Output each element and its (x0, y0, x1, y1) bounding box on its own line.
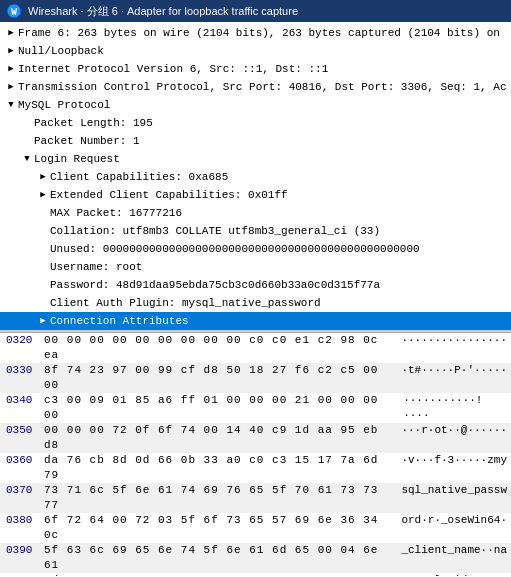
tree-label-frame: Frame 6: 263 bytes on wire (2104 bits), … (18, 25, 500, 41)
title-bar: W Wireshark · 分组 6 · Adapter for loopbac… (0, 0, 511, 22)
tree-label-null-loopback: Null/Loopback (18, 43, 104, 59)
tree-item-collation[interactable]: Collation: utf8mb3 COLLATE utf8mb3_gener… (0, 222, 511, 240)
hex-offset: 0370 (0, 483, 40, 513)
tree-item-conn-attrs[interactable]: ▶Connection Attributes (0, 312, 511, 330)
tree-expander-login-request[interactable]: ▼ (20, 151, 34, 167)
tree-label-packet-number: Packet Number: 1 (34, 133, 140, 149)
wireshark-icon: W (6, 3, 22, 19)
hex-row[interactable]: 035000 00 00 72 0f 6f 74 00 14 40 c9 1d … (0, 423, 511, 453)
hex-ascii: ················ (397, 333, 511, 363)
tree-label-ipv6: Internet Protocol Version 6, Src: ::1, D… (18, 61, 328, 77)
hex-bytes: 8f 74 23 97 00 99 cf d8 50 18 27 f6 c2 c… (40, 363, 397, 393)
tree-item-username[interactable]: Username: root (0, 258, 511, 276)
tree-item-client-capabilities[interactable]: ▶Client Capabilities: 0xa685 (0, 168, 511, 186)
tree-label-client-capabilities: Client Capabilities: 0xa685 (50, 169, 228, 185)
hex-ascii: ·t#·····P·'····· (397, 363, 511, 393)
hex-ascii: _client_name··na (397, 543, 511, 573)
tree-expander-ipv6[interactable]: ▶ (4, 61, 18, 77)
tree-expander-conn-attrs[interactable]: ▶ (36, 313, 50, 329)
tree-item-password[interactable]: Password: 48d91daa95ebda75cb3c0d660b33a0… (0, 276, 511, 294)
tree-item-extended-capabilities[interactable]: ▶Extended Client Capabilities: 0x01ff (0, 186, 511, 204)
hex-offset: 0320 (0, 333, 40, 363)
tree-item-auth-plugin[interactable]: Client Auth Plugin: mysql_native_passwor… (0, 294, 511, 312)
tree-item-unused[interactable]: Unused: 00000000000000000000000000000000… (0, 240, 511, 258)
tree-expander-null-loopback[interactable]: ▶ (4, 43, 18, 59)
hex-bytes: 00 00 00 00 00 00 00 00 00 c0 c0 e1 c2 9… (40, 333, 397, 363)
tree-label-unused: Unused: 00000000000000000000000000000000… (50, 241, 420, 257)
tree-item-max-packet[interactable]: MAX Packet: 16777216 (0, 204, 511, 222)
hex-bytes: 6d 65 79 73 71 6c 00 04 69 64 37 34 30 3… (40, 573, 397, 576)
hex-ascii: ·v···f·3·····zmy (397, 453, 511, 483)
tree-item-packet-number[interactable]: Packet Number: 1 (0, 132, 511, 150)
tree-label-collation: Collation: utf8mb3 COLLATE utf8mb3_gener… (50, 223, 380, 239)
tree-item-ipv6[interactable]: ▶Internet Protocol Version 6, Src: ::1, … (0, 60, 511, 78)
tree-expander-tcp[interactable]: ▶ (4, 79, 18, 95)
hex-offset: 0360 (0, 453, 40, 483)
hex-row[interactable]: 03806f 72 64 00 72 03 5f 6f 73 65 57 69 … (0, 513, 511, 543)
hex-row[interactable]: 03308f 74 23 97 00 99 cf d8 50 18 27 f6 … (0, 363, 511, 393)
tree-label-max-packet: MAX Packet: 16777216 (50, 205, 182, 221)
hex-bytes: c3 00 09 01 85 a6 ff 01 00 00 00 21 00 0… (40, 393, 399, 423)
tree-label-packet-length: Packet Length: 195 (34, 115, 153, 131)
tree-label-login-request: Login Request (34, 151, 120, 167)
tree-label-mysql: MySQL Protocol (18, 97, 110, 113)
tree-expander-extended-capabilities[interactable]: ▶ (36, 187, 50, 203)
hex-row[interactable]: 03a06d 65 79 73 71 6c 00 04 69 64 37 34 … (0, 573, 511, 576)
tree-item-frame[interactable]: ▶Frame 6: 263 bytes on wire (2104 bits),… (0, 24, 511, 42)
tree-panel[interactable]: ▶Frame 6: 263 bytes on wire (2104 bits),… (0, 22, 511, 332)
hex-ascii: meysql··id7400·_ (397, 573, 511, 576)
tree-expander-mysql[interactable]: ▼ (4, 97, 18, 113)
hex-row[interactable]: 0360da 76 cb 8d 0d 66 0b 33 a0 c0 c3 15 … (0, 453, 511, 483)
tree-label-auth-plugin: Client Auth Plugin: mysql_native_passwor… (50, 295, 321, 311)
hex-panel[interactable]: 032000 00 00 00 00 00 00 00 00 c0 c0 e1 … (0, 332, 511, 576)
svg-text:W: W (11, 7, 17, 18)
tree-label-tcp: Transmission Control Protocol, Src Port:… (18, 79, 506, 95)
hex-ascii: sql_native_passw (397, 483, 511, 513)
hex-bytes: 5f 63 6c 69 65 6e 74 5f 6e 61 6d 65 00 0… (40, 543, 397, 573)
hex-offset: 0350 (0, 423, 40, 453)
tree-label-password: Password: 48d91daa95ebda75cb3c0d660b33a0… (50, 277, 380, 293)
tree-label-username: Username: root (50, 259, 142, 275)
hex-row[interactable]: 0340c3 00 09 01 85 a6 ff 01 00 00 00 21 … (0, 393, 511, 423)
hex-offset: 0390 (0, 543, 40, 573)
title-bar-text: Wireshark · 分组 6 · Adapter for loopback … (28, 4, 298, 19)
hex-row[interactable]: 032000 00 00 00 00 00 00 00 00 c0 c0 e1 … (0, 333, 511, 363)
tree-item-mysql[interactable]: ▼MySQL Protocol (0, 96, 511, 114)
hex-bytes: 00 00 00 72 0f 6f 74 00 14 40 c9 1d aa 9… (40, 423, 397, 453)
tree-item-login-request[interactable]: ▼Login Request (0, 150, 511, 168)
tree-label-conn-attrs: Connection Attributes (50, 313, 189, 329)
hex-offset: 0380 (0, 513, 40, 543)
hex-bytes: 6f 72 64 00 72 03 5f 6f 73 65 57 69 6e 3… (40, 513, 397, 543)
hex-offset: 03a0 (0, 573, 40, 576)
tree-item-null-loopback[interactable]: ▶Null/Loopback (0, 42, 511, 60)
hex-row[interactable]: 037073 71 6c 5f 6e 61 74 69 76 65 5f 70 … (0, 483, 511, 513)
hex-bytes: 73 71 6c 5f 6e 61 74 69 76 65 5f 70 61 7… (40, 483, 397, 513)
hex-offset: 0330 (0, 363, 40, 393)
tree-expander-frame[interactable]: ▶ (4, 25, 18, 41)
tree-label-extended-capabilities: Extended Client Capabilities: 0x01ff (50, 187, 288, 203)
tree-item-packet-length[interactable]: Packet Length: 195 (0, 114, 511, 132)
hex-ascii: ord·r·_oseWin64· (397, 513, 511, 543)
tree-item-tcp[interactable]: ▶Transmission Control Protocol, Src Port… (0, 78, 511, 96)
hex-offset: 0340 (0, 393, 40, 423)
hex-bytes: da 76 cb 8d 0d 66 0b 33 a0 c0 c3 15 17 7… (40, 453, 397, 483)
hex-ascii: ···r·ot··@······ (397, 423, 511, 453)
hex-ascii: ···········!···· (399, 393, 511, 423)
hex-row[interactable]: 03905f 63 6c 69 65 6e 74 5f 6e 61 6d 65 … (0, 543, 511, 573)
tree-expander-client-capabilities[interactable]: ▶ (36, 169, 50, 185)
